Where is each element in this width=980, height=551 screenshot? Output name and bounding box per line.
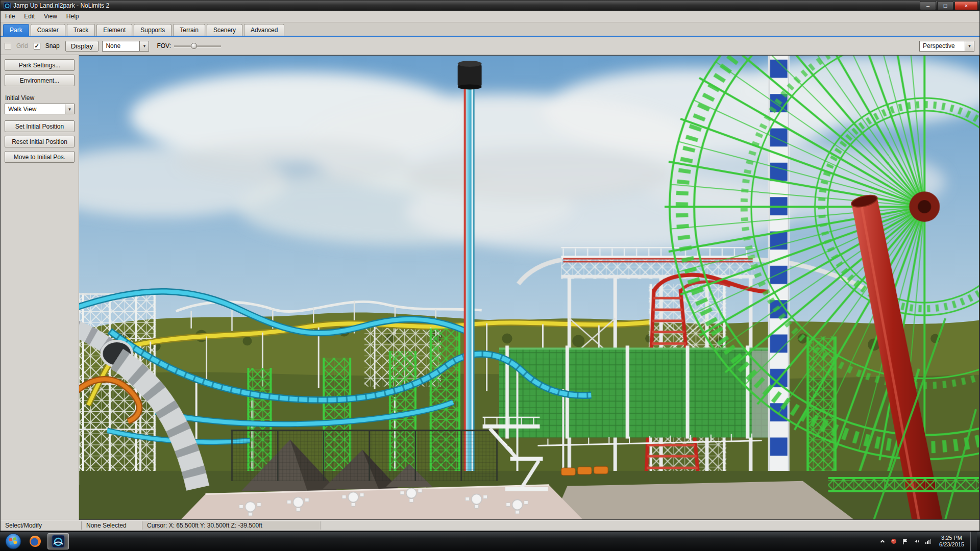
tab-park[interactable]: Park <box>3 24 29 36</box>
menu-view[interactable]: View <box>39 11 62 21</box>
orange-train <box>561 466 608 475</box>
sidebar: Park Settings... Environment... Initial … <box>1 55 79 520</box>
green-wall <box>499 345 786 438</box>
snap-checkbox[interactable]: ✓ <box>34 43 40 49</box>
maximize-button[interactable]: □ <box>937 1 953 10</box>
action-center-flag-icon[interactable] <box>901 538 909 545</box>
taskbar: 3:25 PM 6/23/2015 <box>0 531 980 551</box>
firefox-taskbar-button[interactable] <box>24 533 46 549</box>
tab-supports[interactable]: Supports <box>134 24 172 36</box>
display-button[interactable]: Display <box>65 41 99 52</box>
status-mode: Select/Modify <box>1 521 82 530</box>
snap-label: Snap <box>45 42 60 49</box>
fov-slider-track[interactable] <box>174 45 221 47</box>
initial-view-label: Initial View <box>5 94 75 102</box>
menu-help[interactable]: Help <box>62 11 84 21</box>
statusbar: Select/Modify None Selected Cursor: X: 6… <box>1 520 979 531</box>
move-to-initial-pos-button[interactable]: Move to Initial Pos. <box>5 151 75 163</box>
chevron-down-icon: ▾ <box>65 104 74 114</box>
chevron-down-icon: ▾ <box>965 41 974 51</box>
toolbar: Grid ✓ Snap Display None ▾ FOV: Perspect… <box>1 37 979 55</box>
grid-label: Grid <box>16 42 28 49</box>
window-title: Jamp Up Land.nl2park - NoLimits 2 <box>13 2 919 9</box>
reset-initial-position-button[interactable]: Reset Initial Position <box>5 136 75 147</box>
nolimits-icon <box>52 535 65 548</box>
tab-element[interactable]: Element <box>96 24 132 36</box>
nolimits-window: Jamp Up Land.nl2park - NoLimits 2 – □ × … <box>0 0 980 531</box>
park-settings-button[interactable]: Park Settings... <box>5 59 75 71</box>
fov-slider-thumb[interactable] <box>191 43 197 49</box>
tab-terrain[interactable]: Terrain <box>173 24 205 36</box>
close-button[interactable]: × <box>954 1 978 10</box>
tab-coaster[interactable]: Coaster <box>31 24 65 36</box>
fov-slider[interactable] <box>174 42 221 49</box>
status-cursor: Cursor: X: 65.500ft Y: 30.500ft Z: -39.5… <box>142 521 321 530</box>
projection-value: Perspective <box>920 41 965 51</box>
chevron-down-icon: ▾ <box>139 41 149 51</box>
set-initial-position-button[interactable]: Set Initial Position <box>5 120 75 132</box>
nolimits-taskbar-button[interactable] <box>47 533 69 549</box>
environment-button[interactable]: Environment... <box>5 74 75 86</box>
mesh-fence <box>231 431 498 481</box>
tab-advanced[interactable]: Advanced <box>244 24 284 36</box>
tab-scenery[interactable]: Scenery <box>207 24 242 36</box>
desktop: Jamp Up Land.nl2park - NoLimits 2 – □ × … <box>0 0 980 551</box>
hidden-icons-chevron-icon[interactable] <box>879 538 886 545</box>
status-selection: None Selected <box>82 521 142 530</box>
clock-time: 3:25 PM <box>939 535 964 541</box>
check-icon: ✓ <box>35 43 39 49</box>
tabbar: Park Coaster Track Element Supports Terr… <box>1 22 979 37</box>
minimize-button[interactable]: – <box>920 1 936 10</box>
tab-track[interactable]: Track <box>67 24 95 36</box>
grid-checkbox <box>5 43 11 49</box>
show-desktop-button[interactable] <box>970 532 977 551</box>
viewport-3d[interactable] <box>79 55 979 520</box>
tray-app-icon[interactable] <box>890 538 897 545</box>
app-icon <box>4 2 11 9</box>
firefox-icon <box>29 535 42 548</box>
clock-date: 6/23/2015 <box>939 541 964 548</box>
display-mode-select[interactable]: None ▾ <box>102 41 149 52</box>
taskbar-clock[interactable]: 3:25 PM 6/23/2015 <box>939 535 964 548</box>
concrete-path <box>553 481 853 519</box>
speaker-icon[interactable] <box>913 538 920 545</box>
initial-view-value: Walk View <box>5 104 65 114</box>
menu-file[interactable]: File <box>1 11 19 21</box>
park-scene <box>79 56 979 519</box>
menubar: File Edit View Help <box>1 11 979 22</box>
system-tray: 3:25 PM 6/23/2015 <box>879 532 980 551</box>
network-icon[interactable] <box>924 538 932 545</box>
menu-edit[interactable]: Edit <box>19 11 39 21</box>
display-mode-value: None <box>103 41 139 51</box>
fov-label: FOV: <box>157 42 171 49</box>
projection-select[interactable]: Perspective ▾ <box>919 41 974 52</box>
initial-view-select[interactable]: Walk View ▾ <box>5 104 75 114</box>
start-button[interactable] <box>5 533 21 549</box>
titlebar: Jamp Up Land.nl2park - NoLimits 2 – □ × <box>1 1 979 11</box>
